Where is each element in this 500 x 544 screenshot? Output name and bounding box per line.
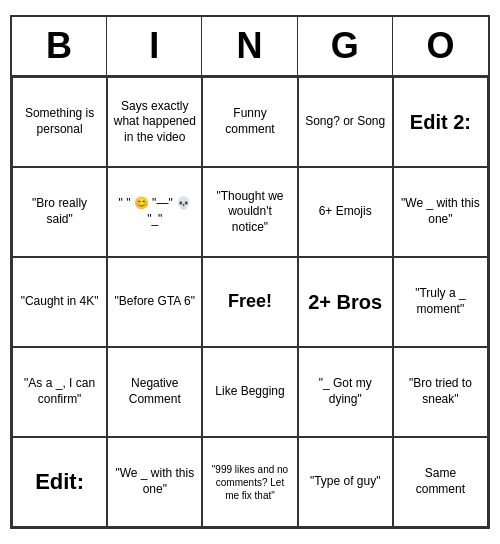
bingo-cell: Edit 2: <box>393 77 488 167</box>
bingo-cell: Funny comment <box>202 77 297 167</box>
bingo-cell: "Bro really said" <box>12 167 107 257</box>
bingo-cell: " " 😊 "—" 💀 "_" <box>107 167 202 257</box>
bingo-cell: "Type of guy" <box>298 437 393 527</box>
bingo-cell: Song? or Song <box>298 77 393 167</box>
bingo-cell: "_ Got my dying" <box>298 347 393 437</box>
bingo-cell: "We _ with this one" <box>393 167 488 257</box>
header-letter: N <box>202 17 297 75</box>
bingo-grid: Something is personalSays exactly what h… <box>12 77 488 527</box>
bingo-cell: "Before GTA 6" <box>107 257 202 347</box>
bingo-cell: Free! <box>202 257 297 347</box>
bingo-cell: "We _ with this one" <box>107 437 202 527</box>
header-letter: O <box>393 17 488 75</box>
header-letter: B <box>12 17 107 75</box>
bingo-cell: Same comment <box>393 437 488 527</box>
bingo-card: BINGO Something is personalSays exactly … <box>10 15 490 529</box>
bingo-cell: "Truly a _ moment" <box>393 257 488 347</box>
header-letter: I <box>107 17 202 75</box>
bingo-cell: Like Begging <box>202 347 297 437</box>
bingo-cell: "Thought we wouldn't notice" <box>202 167 297 257</box>
bingo-cell: "999 likes and no comments? Let me fix t… <box>202 437 297 527</box>
bingo-cell: Negative Comment <box>107 347 202 437</box>
bingo-cell: Edit: <box>12 437 107 527</box>
header-letter: G <box>298 17 393 75</box>
bingo-cell: Something is personal <box>12 77 107 167</box>
bingo-header: BINGO <box>12 17 488 77</box>
bingo-cell: "As a _, I can confirm" <box>12 347 107 437</box>
bingo-cell: Says exactly what happened in the video <box>107 77 202 167</box>
bingo-cell: 2+ Bros <box>298 257 393 347</box>
bingo-cell: "Caught in 4K" <box>12 257 107 347</box>
bingo-cell: 6+ Emojis <box>298 167 393 257</box>
bingo-cell: "Bro tried to sneak" <box>393 347 488 437</box>
